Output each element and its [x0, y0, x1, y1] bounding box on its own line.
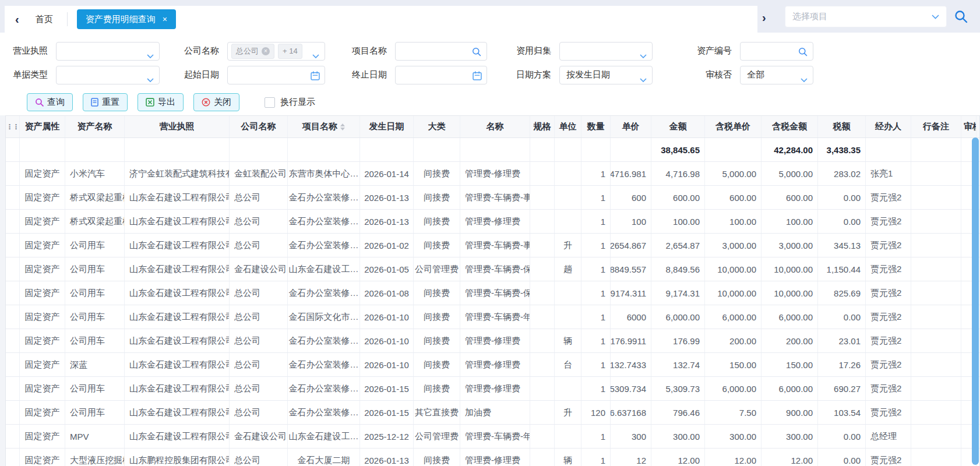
- start-date-input[interactable]: [228, 66, 303, 84]
- tab-home[interactable]: 首页: [31, 14, 67, 25]
- column-header[interactable]: 含税金额: [762, 116, 818, 137]
- wrap-display-checkbox[interactable]: 换行显示: [265, 97, 315, 108]
- query-button[interactable]: 查询: [27, 93, 73, 111]
- reset-button[interactable]: 重置: [83, 93, 128, 111]
- column-header[interactable]: 公司名称: [230, 116, 288, 137]
- body-cell: 其它直接费: [414, 401, 460, 424]
- table-row[interactable]: 固定资产公司用车山东金石建设工程有限公司总公司金石国际文化市…2026-01-1…: [6, 305, 979, 329]
- body-cell: 贾元强2: [866, 281, 911, 305]
- table-row[interactable]: 固定资产大型液压挖掘机山东鹏程控股集团有限公司总公司金石大厦二期2026-01-…: [6, 449, 979, 466]
- body-cell: 150.00: [762, 353, 818, 376]
- column-header[interactable]: 税额: [818, 116, 866, 137]
- body-cell: 金石办公室装修…: [288, 234, 360, 257]
- body-cell: 总公司: [230, 210, 288, 233]
- summary-empty-cell: [6, 138, 20, 161]
- body-cell: [911, 401, 961, 424]
- body-cell: 间接费: [414, 329, 460, 352]
- asset-no-input[interactable]: [741, 42, 799, 61]
- filter-panel: 营业执照 公司名称 总公司 × + 14 项目名称 资用归集 资产编号 单据: [0, 33, 980, 115]
- body-cell: 山东鹏程控股集团有限公司: [125, 449, 230, 466]
- body-cell: 公司用车: [65, 329, 125, 352]
- forward-chevron-icon[interactable]: ›: [762, 12, 766, 23]
- vertical-scrollbar[interactable]: [972, 137, 979, 465]
- column-header[interactable]: 名称: [460, 116, 530, 137]
- calendar-icon[interactable]: [311, 71, 320, 83]
- summary-empty-cell: [230, 138, 288, 161]
- body-cell: [530, 234, 555, 257]
- column-header[interactable]: 数量: [581, 116, 611, 137]
- expense-collection-select[interactable]: [559, 42, 653, 61]
- table-row[interactable]: 固定资产公司用车山东金石建设工程有限公司总公司金石办公室装修…2026-01-1…: [6, 329, 979, 353]
- body-cell: 金石办公室装修…: [288, 377, 360, 400]
- body-cell: 5,309.73: [651, 377, 705, 400]
- column-header-label: 营业执照: [160, 121, 195, 132]
- body-cell: 桥式双梁起重机: [65, 186, 125, 209]
- body-cell: 10,000.00: [762, 281, 818, 305]
- project-select[interactable]: 选择项目: [785, 6, 947, 27]
- checkbox-icon[interactable]: [265, 97, 275, 108]
- table-row[interactable]: 固定资产公司用车山东金石建设工程有限公司总公司金石办公室装修…2026-01-0…: [6, 234, 979, 257]
- doc-type-select[interactable]: [56, 66, 160, 84]
- reset-document-icon: [91, 98, 98, 107]
- table-row[interactable]: 固定资产公司用车山东金石建设工程有限公司总公司金石办公室装修…2026-01-1…: [6, 377, 979, 401]
- body-cell: 300.00: [705, 425, 762, 448]
- column-header[interactable]: 资产名称: [65, 116, 125, 137]
- chevron-down-icon: [312, 50, 319, 61]
- column-header[interactable]: 发生日期: [360, 116, 414, 137]
- column-header[interactable]: 营业执照: [125, 116, 230, 137]
- calendar-icon[interactable]: [473, 71, 482, 83]
- body-cell: 12.00: [651, 449, 705, 466]
- close-button[interactable]: 关闭: [193, 93, 239, 111]
- table-row[interactable]: 固定资产公司用车山东金石建设工程有限公司总公司金石办公室装修…2026-01-1…: [6, 401, 979, 425]
- column-header-label: 经办人: [875, 121, 901, 132]
- body-cell: 2,654.87: [651, 234, 705, 257]
- table-row[interactable]: 固定资产小米汽车济宁金虹装配式建筑科技有限公司金虹装配公司东营市奥体中心…202…: [6, 162, 979, 186]
- column-header[interactable]: 审核: [961, 116, 977, 137]
- column-header[interactable]: 资产属性: [20, 116, 65, 137]
- end-date-input[interactable]: [396, 66, 467, 84]
- body-cell: 12: [611, 449, 651, 466]
- body-cell: 5,000.00: [762, 162, 818, 185]
- column-header[interactable]: 规格: [530, 116, 555, 137]
- column-header[interactable]: 项目名称: [288, 116, 360, 137]
- body-cell: 100.00: [705, 210, 762, 233]
- column-header[interactable]: 金额: [651, 116, 705, 137]
- business-license-select[interactable]: [56, 42, 160, 61]
- active-tab-label: 资产费用明细查询: [86, 14, 156, 25]
- date-scheme-select[interactable]: 按发生日期: [559, 66, 653, 84]
- table-row[interactable]: 固定资产公司用车山东金石建设工程有限公司金石建设公司山东金石建设工…2026-0…: [6, 257, 979, 281]
- tab-asset-expense-query[interactable]: 资产费用明细查询 ×: [77, 9, 176, 29]
- project-name-input[interactable]: [396, 42, 467, 61]
- table-row[interactable]: 固定资产桥式双梁起重机山东金石建设工程有限公司总公司金石办公室装修…2026-0…: [6, 186, 979, 210]
- table-row[interactable]: 固定资产桥式双梁起重机山东金石建设工程有限公司总公司金石办公室装修…2026-0…: [6, 210, 979, 234]
- body-cell: 管理费-修理费: [460, 162, 530, 185]
- column-header[interactable]: 含税单价: [705, 116, 762, 137]
- table-row[interactable]: 固定资产MPV山东金石建设工程有限公司金石建设公司山东金石建设工…2025-12…: [6, 425, 979, 449]
- company-name-select[interactable]: 总公司 × + 14: [227, 42, 325, 61]
- table-row[interactable]: 固定资产深蓝山东金石建设工程有限公司总公司金石办公室装修…2026-01-10间…: [6, 353, 979, 377]
- column-header[interactable]: 经办人: [866, 116, 911, 137]
- column-header[interactable]: 大类: [414, 116, 460, 137]
- search-icon[interactable]: [798, 47, 808, 59]
- back-chevron-icon[interactable]: ‹: [5, 13, 31, 25]
- column-header[interactable]: 单位: [555, 116, 581, 137]
- tag-remove-icon[interactable]: ×: [262, 47, 270, 55]
- body-cell: 9,174.31: [651, 281, 705, 305]
- export-button[interactable]: 导出: [138, 93, 184, 111]
- sort-icon[interactable]: [340, 123, 345, 130]
- body-cell: 固定资产: [20, 162, 65, 185]
- column-header-label: 项目名称: [302, 121, 337, 132]
- column-header[interactable]: 单价: [611, 116, 651, 137]
- global-search-icon[interactable]: [954, 10, 968, 26]
- tab-close-icon[interactable]: ×: [163, 15, 167, 24]
- audited-select[interactable]: 全部: [740, 66, 813, 84]
- body-cell: 200.00: [762, 329, 818, 352]
- drag-handle-column-header[interactable]: ⋮⋮: [6, 116, 20, 137]
- search-icon[interactable]: [472, 47, 481, 59]
- drag-handle-icon[interactable]: ⋮⋮: [6, 123, 19, 131]
- body-cell: 公司用车: [65, 377, 125, 400]
- body-cell: 贾元强2: [866, 234, 911, 257]
- table-row[interactable]: 固定资产公司用车山东金石建设工程有限公司总公司金石办公室装修…2026-01-0…: [6, 281, 979, 305]
- column-header[interactable]: 行备注: [911, 116, 961, 137]
- body-cell: 山东金石建设工程有限公司: [125, 186, 230, 209]
